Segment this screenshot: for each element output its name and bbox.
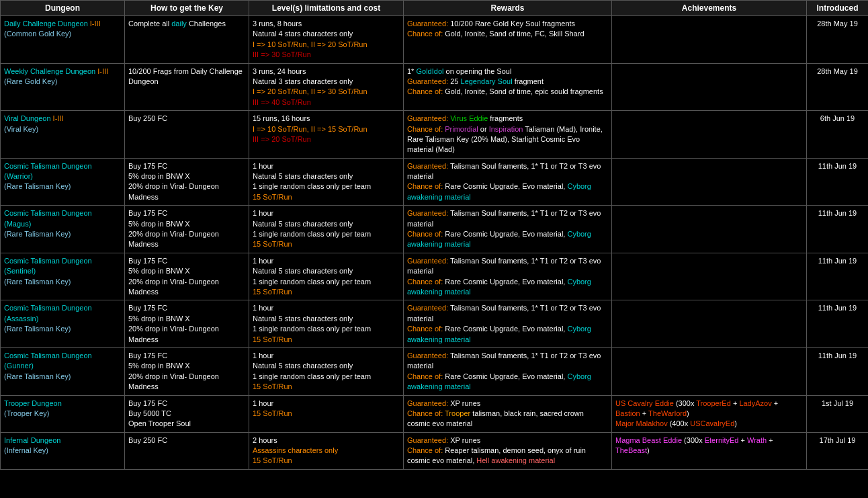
dungeon-cell: Viral Dungeon I-III(Viral Key) [1, 111, 125, 159]
key-cell: Buy 175 FC5% drop in BNW X20% drop in Vi… [125, 158, 249, 206]
dungeon-cell: Cosmic Talisman Dungeon (Warrior)(Rare T… [1, 158, 125, 206]
level-cell: 2 hoursAssassins characters only15 SoT/R… [249, 432, 404, 469]
rewards-cell: Guaranteed: 10/200 Rare Gold Key Soul fr… [404, 16, 612, 64]
achievements-cell: US Cavalry Eddie (300x TrooperEd + LadyA… [612, 395, 807, 432]
achievements-cell [612, 158, 807, 206]
achievements-cell [612, 63, 807, 111]
rewards-cell: Guaranteed: XP runesChance of: Trooper t… [404, 395, 612, 432]
achievements-cell [612, 111, 807, 159]
key-cell: Buy 175 FC5% drop in BNW X20% drop in Vi… [125, 300, 249, 348]
table-row: Weekly Challenge Dungeon I-III(Rare Gold… [1, 63, 869, 111]
introduced-cell: 11th Jun 19 [807, 206, 869, 253]
level-cell: 1 hourNatural 5 stars characters only1 s… [249, 347, 404, 395]
level-cell: 1 hourNatural 5 stars characters only1 s… [249, 253, 404, 300]
achievements-cell [612, 253, 807, 300]
rewards-cell: Guaranteed: XP runesChance of: Reaper ta… [404, 432, 612, 469]
rewards-cell: Guaranteed: Talisman Soul framents, 1* T… [404, 347, 612, 395]
dungeon-table: Dungeon How to get the Key Level(s) limi… [0, 0, 868, 470]
level-cell: 3 runs, 8 hoursNatural 4 stars character… [249, 16, 404, 64]
key-cell: Buy 175 FC5% drop in BNW X20% drop in Vi… [125, 206, 249, 253]
table-row: Daily Challenge Dungeon I-III(Common Gol… [1, 16, 869, 64]
header-dungeon: Dungeon [1, 1, 125, 16]
introduced-cell: 28th May 19 [807, 16, 869, 64]
dungeon-cell: Weekly Challenge Dungeon I-III(Rare Gold… [1, 63, 125, 111]
rewards-cell: Guaranteed: Virus Eddie fragmentsChance … [404, 111, 612, 159]
key-cell: Buy 250 FC [125, 111, 249, 159]
dungeon-cell: Cosmic Talisman Dungeon (Magus)(Rare Tal… [1, 206, 125, 253]
key-cell: Buy 175 FCBuy 5000 TCOpen Trooper Soul [125, 395, 249, 432]
level-cell: 1 hourNatural 5 stars characters only1 s… [249, 300, 404, 348]
dungeon-cell: Cosmic Talisman Dungeon (Sentinel)(Rare … [1, 253, 125, 300]
table-row: Cosmic Talisman Dungeon (Gunner)(Rare Ta… [1, 347, 869, 395]
key-cell: Buy 175 FC5% drop in BNW X20% drop in Vi… [125, 347, 249, 395]
dungeon-cell: Cosmic Talisman Dungeon (Gunner)(Rare Ta… [1, 347, 125, 395]
achievements-cell [612, 347, 807, 395]
rewards-cell: Guaranteed: Talisman Soul framents, 1* T… [404, 253, 612, 300]
level-cell: 1 hourNatural 5 stars characters only1 s… [249, 206, 404, 253]
dungeon-cell: Daily Challenge Dungeon I-III(Common Gol… [1, 16, 125, 64]
level-cell: 3 runs, 24 hoursNatural 3 stars characte… [249, 63, 404, 111]
header-level: Level(s) limitations and cost [249, 1, 404, 16]
introduced-cell: 11th Jun 19 [807, 300, 869, 348]
introduced-cell: 11th Jun 19 [807, 347, 869, 395]
rewards-cell: Guaranteed: Talisman Soul framents, 1* T… [404, 158, 612, 206]
table-row: Cosmic Talisman Dungeon (Warrior)(Rare T… [1, 158, 869, 206]
key-cell: 10/200 Frags from Daily Challenge Dungeo… [125, 63, 249, 111]
dungeon-cell: Trooper Dungeon(Trooper Key) [1, 395, 125, 432]
table-row: Trooper Dungeon(Trooper Key) Buy 175 FCB… [1, 395, 869, 432]
header-key: How to get the Key [125, 1, 249, 16]
dungeon-cell: Infernal Dungeon(Infernal Key) [1, 432, 125, 469]
table-row: Viral Dungeon I-III(Viral Key) Buy 250 F… [1, 111, 869, 159]
header-introduced: Introduced [807, 1, 869, 16]
key-cell: Buy 250 FC [125, 432, 249, 469]
table-row: Cosmic Talisman Dungeon (Assassin)(Rare … [1, 300, 869, 348]
rewards-cell: Guaranteed: Talisman Soul framents, 1* T… [404, 300, 612, 348]
header-rewards: Rewards [404, 1, 612, 16]
introduced-cell: 11th Jun 19 [807, 158, 869, 206]
introduced-cell: 28th May 19 [807, 63, 869, 111]
rewards-cell: 1* GoldIdol on opening the SoulGuarantee… [404, 63, 612, 111]
achievements-cell: Magma Beast Eddie (300x EternityEd + Wra… [612, 432, 807, 469]
key-cell: Buy 175 FC5% drop in BNW X20% drop in Vi… [125, 253, 249, 300]
level-cell: 1 hourNatural 5 stars characters only1 s… [249, 158, 404, 206]
table-row: Cosmic Talisman Dungeon (Magus)(Rare Tal… [1, 206, 869, 253]
achievements-cell [612, 206, 807, 253]
achievements-cell [612, 16, 807, 64]
introduced-cell: 6th Jun 19 [807, 111, 869, 159]
level-cell: 1 hour15 SoT/Run [249, 395, 404, 432]
introduced-cell: 11th Jun 19 [807, 253, 869, 300]
header-achievements: Achievements [612, 1, 807, 16]
table-row: Cosmic Talisman Dungeon (Sentinel)(Rare … [1, 253, 869, 300]
level-cell: 15 runs, 16 hoursI => 10 SoT/Run, II => … [249, 111, 404, 159]
rewards-cell: Guaranteed: Talisman Soul framents, 1* T… [404, 206, 612, 253]
key-cell: Complete all daily Challenges [125, 16, 249, 64]
introduced-cell: 17th Jul 19 [807, 432, 869, 469]
introduced-cell: 1st Jul 19 [807, 395, 869, 432]
table-row: Infernal Dungeon(Infernal Key) Buy 250 F… [1, 432, 869, 469]
achievements-cell [612, 300, 807, 348]
dungeon-cell: Cosmic Talisman Dungeon (Assassin)(Rare … [1, 300, 125, 348]
